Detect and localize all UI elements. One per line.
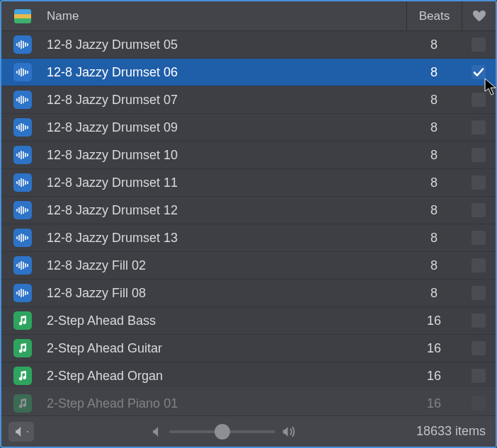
loop-type-cell — [1, 146, 44, 164]
loop-name: 2-Step Ahead Guitar — [44, 341, 406, 356]
favorite-checkbox[interactable] — [472, 396, 486, 410]
speaker-icon — [15, 427, 25, 437]
favorite-cell — [462, 396, 496, 410]
loop-beats: 8 — [406, 203, 462, 218]
favorite-cell — [462, 314, 496, 328]
favorite-cell — [462, 231, 496, 245]
table-row[interactable]: 12-8 Jazzy Drumset 118 — [1, 169, 496, 197]
midi-loop-icon — [13, 367, 32, 385]
favorite-checkbox[interactable] — [472, 258, 486, 272]
preview-play-button[interactable] — [8, 422, 34, 442]
loop-beats: 8 — [406, 120, 462, 135]
table-row[interactable]: 12-8 Jazzy Drumset 078 — [1, 86, 496, 114]
loop-beats: 8 — [406, 286, 462, 301]
loop-beats: 8 — [406, 231, 462, 246]
loop-beats: 16 — [406, 369, 462, 384]
loop-type-cell — [1, 311, 44, 330]
favorite-checkbox[interactable] — [472, 38, 486, 52]
table-row[interactable]: 12-8 Jazzy Drumset 068 — [1, 59, 496, 86]
midi-loop-icon — [13, 339, 32, 357]
table-row[interactable]: 12-8 Jazzy Fill 088 — [1, 280, 496, 307]
midi-loop-icon — [13, 311, 32, 330]
favorite-cell — [462, 148, 496, 162]
favorite-cell — [462, 38, 496, 52]
column-header: Name Beats — [1, 1, 496, 31]
favorite-cell — [462, 258, 496, 272]
filter-all-types-button[interactable] — [1, 9, 44, 23]
loop-type-cell — [1, 229, 44, 247]
table-row[interactable]: 2-Step Ahead Piano 0116 — [1, 390, 496, 415]
loop-type-cell — [1, 284, 44, 302]
audio-loop-icon — [13, 173, 32, 192]
favorite-checkbox[interactable] — [472, 341, 486, 355]
table-row[interactable]: 2-Step Ahead Organ16 — [1, 362, 496, 390]
loop-name: 2-Step Ahead Piano 01 — [44, 396, 406, 411]
loop-beats: 8 — [406, 93, 462, 108]
loop-type-cell — [1, 173, 44, 192]
audio-loop-icon — [13, 229, 32, 247]
audio-loop-icon — [13, 91, 32, 109]
loop-name: 2-Step Ahead Bass — [44, 314, 406, 328]
audio-loop-icon — [13, 35, 32, 54]
loop-beats: 16 — [406, 314, 462, 328]
favorite-checkbox[interactable] — [472, 148, 486, 162]
loop-type-cell — [1, 367, 44, 385]
loop-type-cell — [1, 201, 44, 219]
loop-list[interactable]: 12-8 Jazzy Drumset 05812-8 Jazzy Drumset… — [1, 31, 496, 415]
favorite-cell — [462, 120, 496, 134]
loop-type-cell — [1, 256, 44, 275]
favorite-checkbox[interactable] — [472, 176, 486, 190]
favorite-checkbox[interactable] — [472, 231, 486, 245]
volume-slider-thumb[interactable] — [215, 424, 230, 440]
table-row[interactable]: 12-8 Jazzy Drumset 128 — [1, 197, 496, 224]
column-header-beats[interactable]: Beats — [406, 1, 462, 30]
loop-name: 12-8 Jazzy Drumset 11 — [44, 176, 406, 190]
item-count-label: 18633 items — [416, 424, 486, 439]
loop-beats: 8 — [406, 65, 462, 80]
volume-slider[interactable] — [169, 430, 275, 433]
audio-loop-icon — [13, 146, 32, 164]
loop-beats: 8 — [406, 38, 462, 52]
table-row[interactable]: 12-8 Jazzy Drumset 058 — [1, 31, 496, 59]
table-row[interactable]: 12-8 Jazzy Fill 028 — [1, 252, 496, 280]
volume-low-icon — [152, 427, 162, 437]
loop-type-cell — [1, 339, 44, 357]
favorite-checkbox[interactable] — [472, 286, 486, 300]
midi-loop-icon — [13, 394, 32, 413]
speaker-dot-icon — [27, 431, 28, 432]
loop-type-cell — [1, 63, 44, 81]
audio-loop-icon — [13, 201, 32, 219]
favorite-checkbox[interactable] — [472, 203, 486, 217]
loop-name: 2-Step Ahead Organ — [44, 369, 406, 384]
favorite-cell — [462, 176, 496, 190]
column-header-favorite[interactable] — [462, 1, 496, 30]
audio-loop-icon — [13, 63, 32, 81]
table-row[interactable]: 12-8 Jazzy Drumset 108 — [1, 142, 496, 169]
loop-type-cell — [1, 35, 44, 54]
loop-type-cell — [1, 394, 44, 413]
footer-bar: 18633 items — [1, 415, 496, 447]
favorite-checkbox[interactable] — [472, 120, 486, 134]
loop-beats: 8 — [406, 176, 462, 190]
loop-name: 12-8 Jazzy Drumset 10 — [44, 148, 406, 163]
favorite-cell — [462, 203, 496, 217]
audio-loop-icon — [13, 284, 32, 302]
table-row[interactable]: 12-8 Jazzy Drumset 138 — [1, 224, 496, 252]
loop-beats: 16 — [406, 396, 462, 411]
table-row[interactable]: 2-Step Ahead Bass16 — [1, 307, 496, 335]
favorite-checkbox[interactable] — [472, 93, 486, 107]
table-row[interactable]: 2-Step Ahead Guitar16 — [1, 335, 496, 362]
loop-name: 12-8 Jazzy Drumset 05 — [44, 38, 406, 52]
favorite-checkbox[interactable] — [472, 65, 486, 79]
loop-type-cell — [1, 118, 44, 137]
loop-beats: 16 — [406, 341, 462, 356]
loop-name: 12-8 Jazzy Fill 02 — [44, 258, 406, 273]
table-row[interactable]: 12-8 Jazzy Drumset 098 — [1, 114, 496, 142]
favorite-checkbox[interactable] — [472, 369, 486, 383]
loop-name: 12-8 Jazzy Drumset 06 — [44, 65, 406, 80]
preview-volume-control — [42, 426, 408, 437]
audio-loop-icon — [13, 118, 32, 137]
loop-beats: 8 — [406, 258, 462, 273]
column-header-name[interactable]: Name — [44, 9, 406, 23]
favorite-checkbox[interactable] — [472, 314, 486, 328]
